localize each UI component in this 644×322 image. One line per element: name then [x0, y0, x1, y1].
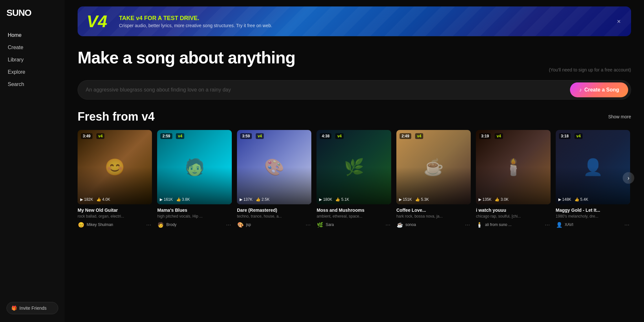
- show-more-button[interactable]: Show more: [608, 114, 631, 119]
- songs-container: 😊 3:49 v4 ▶ 182K 👍 4.0K My New Old Guita…: [78, 130, 631, 228]
- author-name: XAVI: [565, 222, 573, 227]
- song-more-button[interactable]: ⋯: [305, 222, 311, 228]
- banner-close-button[interactable]: ×: [616, 16, 622, 27]
- song-prompt-input[interactable]: [86, 87, 566, 93]
- author-name: Mikey Shulman: [87, 222, 113, 227]
- fresh-section-title: Fresh from v4: [78, 110, 155, 123]
- play-count-value: 151K: [403, 197, 412, 202]
- play-icon: ▶: [319, 197, 322, 202]
- sidebar-item-search[interactable]: Search: [6, 79, 58, 90]
- play-count: ▶ 151K: [399, 197, 412, 202]
- play-count-value: 182K: [84, 197, 93, 202]
- next-arrow-button[interactable]: ›: [623, 172, 634, 184]
- song-title: Moss and Mushrooms: [317, 208, 391, 213]
- song-more-button[interactable]: ⋯: [225, 222, 232, 228]
- fresh-section-header: Fresh from v4 Show more: [78, 110, 631, 123]
- invite-friends-button[interactable]: 🎁 Invite Friends: [6, 302, 58, 314]
- song-genre: techno, trance, house, a...: [237, 214, 311, 219]
- like-count-value: 3.8K: [182, 197, 190, 202]
- song-version-badge: v4: [335, 133, 343, 139]
- author-name: Sara: [326, 222, 334, 227]
- song-stats: ▶ 161K 👍 3.8K: [160, 197, 229, 202]
- gift-icon: 🎁: [11, 306, 17, 311]
- song-search-bar: ♪ Create a Song: [78, 80, 631, 100]
- song-thumb-overlay: [556, 130, 630, 204]
- like-count: 👍 5.3K: [415, 197, 429, 202]
- main-content: V4 TAKE v4 FOR A TEST DRIVE. Crisper aud…: [65, 0, 644, 322]
- song-duration-badge: 3:18: [559, 133, 571, 139]
- song-version-badge: v4: [415, 133, 423, 139]
- play-icon: ▶: [399, 197, 402, 202]
- sidebar-item-create[interactable]: Create: [6, 42, 58, 53]
- song-thumbnail: 👤 3:18 v4 ▶ 148K 👍 5.4K: [556, 130, 630, 204]
- songs-row: 😊 3:49 v4 ▶ 182K 👍 4.0K My New Old Guita…: [78, 130, 631, 228]
- hero-section: Make a song about anything (You'll need …: [78, 48, 631, 100]
- like-icon: 👍: [335, 197, 340, 202]
- like-icon: 👍: [574, 197, 579, 202]
- sidebar-item-home[interactable]: Home: [6, 30, 58, 41]
- play-icon: ▶: [80, 197, 83, 202]
- sidebar-item-explore[interactable]: Explore: [6, 67, 58, 78]
- song-more-button[interactable]: ⋯: [624, 222, 630, 228]
- song-card[interactable]: 👤 3:18 v4 ▶ 148K 👍 5.4K Maggy Gold - Let: [556, 130, 630, 228]
- song-author: 🌿 Sara: [317, 221, 334, 228]
- song-author-row: ☕ sonoa ⋯: [396, 221, 471, 228]
- play-count-value: 135K: [482, 197, 491, 202]
- song-card[interactable]: 🕯️ 3:19 v4 ▶ 135K 👍 3.0K i watch youuu: [476, 130, 550, 228]
- banner-v4-badge: V4: [87, 13, 113, 30]
- song-author: ☕ sonoa: [396, 221, 416, 228]
- song-thumb-overlay: [396, 130, 471, 204]
- song-genre: rock ballad, organ, electri...: [78, 214, 152, 219]
- song-thumb-overlay: [317, 130, 391, 204]
- like-count-value: 4.0K: [102, 197, 110, 202]
- like-icon: 👍: [176, 197, 181, 202]
- banner-title: TAKE v4 FOR A TEST DRIVE.: [119, 15, 609, 22]
- play-icon: ▶: [478, 197, 481, 202]
- song-thumbnail: 🕯️ 3:19 v4 ▶ 135K 👍 3.0K: [476, 130, 550, 204]
- play-count: ▶ 180K: [319, 197, 332, 202]
- song-more-button[interactable]: ⋯: [544, 222, 551, 228]
- author-name: sonoa: [405, 222, 416, 227]
- song-duration-badge: 4:38: [320, 133, 331, 139]
- song-version-badge: v4: [256, 133, 264, 139]
- like-count-value: 5.1K: [341, 197, 349, 202]
- song-duration-badge: 3:49: [81, 133, 92, 139]
- song-stats: ▶ 151K 👍 5.3K: [399, 197, 468, 202]
- music-note-icon: ♪: [579, 87, 582, 93]
- author-avatar: 🌿: [317, 221, 324, 228]
- like-count-value: 5.3K: [421, 197, 429, 202]
- song-more-button[interactable]: ⋯: [145, 222, 152, 228]
- play-icon: ▶: [240, 197, 242, 202]
- like-icon: 👍: [415, 197, 420, 202]
- author-avatar: ☕: [396, 221, 403, 228]
- song-version-badge: v4: [96, 133, 104, 139]
- like-count: 👍 4.0K: [96, 197, 110, 202]
- like-count-value: 5.4K: [580, 197, 588, 202]
- song-title: Coffee Love...: [396, 208, 471, 213]
- sidebar-item-library[interactable]: Library: [6, 54, 58, 65]
- song-stats: ▶ 135K 👍 3.0K: [478, 197, 548, 202]
- song-more-button[interactable]: ⋯: [385, 222, 391, 228]
- song-card[interactable]: 😊 3:49 v4 ▶ 182K 👍 4.0K My New Old Guita…: [78, 130, 152, 228]
- create-song-button[interactable]: ♪ Create a Song: [570, 82, 628, 97]
- song-card[interactable]: 🎨 3:59 v4 ▶ 137K 👍 2.5K Dare (Remastered…: [237, 130, 311, 228]
- song-thumb-overlay: [476, 130, 550, 204]
- song-card[interactable]: 🧑 2:59 v4 ▶ 161K 👍 3.8K Mama's Blues: [157, 130, 231, 228]
- song-duration-badge: 3:19: [479, 133, 491, 139]
- song-title: My New Old Guitar: [78, 208, 152, 213]
- author-avatar: 🧑: [157, 221, 164, 228]
- song-card[interactable]: ☕ 2:49 v4 ▶ 151K 👍 5.3K Coffee Love...: [396, 130, 471, 228]
- like-count-value: 2.5K: [262, 197, 270, 202]
- banner-text: TAKE v4 FOR A TEST DRIVE. Crisper audio,…: [119, 15, 609, 28]
- author-name: ali from suno ...: [485, 222, 511, 227]
- song-thumbnail: 😊 3:49 v4 ▶ 182K 👍 4.0K: [78, 130, 152, 204]
- song-title: Mama's Blues: [157, 208, 231, 213]
- song-more-button[interactable]: ⋯: [464, 222, 471, 228]
- song-author: 🧑 Brody: [157, 221, 176, 228]
- song-card[interactable]: 🌿 4:38 v4 ▶ 180K 👍 5.1K Moss and Mushroo…: [317, 130, 391, 228]
- play-count: ▶ 148K: [558, 197, 571, 202]
- song-duration-badge: 2:59: [160, 133, 172, 139]
- like-icon: 👍: [96, 197, 101, 202]
- song-title: Dare (Remastered): [237, 208, 311, 213]
- song-author-row: 🧑 Brody ⋯: [157, 221, 231, 228]
